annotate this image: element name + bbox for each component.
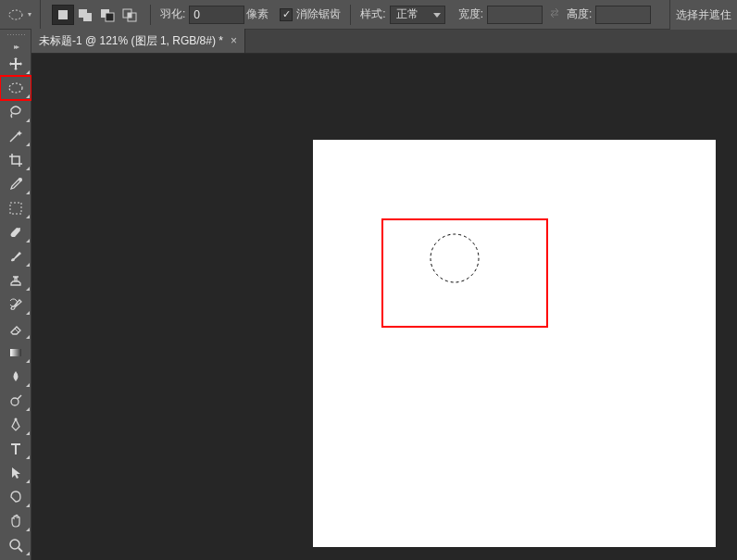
magic-wand-tool[interactable] <box>0 124 31 148</box>
tool-preset-picker[interactable] <box>0 0 41 30</box>
eraser-tool[interactable] <box>0 317 31 341</box>
width-label: 宽度: <box>458 6 483 22</box>
svg-rect-8 <box>128 13 131 18</box>
selection-subtract-icon[interactable] <box>96 5 119 25</box>
clone-stamp-tool[interactable] <box>0 268 31 292</box>
elliptical-marquee-tool[interactable] <box>0 76 31 100</box>
zoom-tool[interactable] <box>0 533 31 557</box>
eyedropper-tool[interactable] <box>0 172 31 196</box>
crop-tool[interactable] <box>0 148 31 172</box>
antialias-field[interactable]: 消除锯齿 <box>280 6 341 22</box>
style-value: 正常 <box>396 6 418 22</box>
swap-dimensions-icon <box>548 6 561 22</box>
dodge-tool[interactable] <box>0 389 31 413</box>
document-canvas[interactable] <box>313 140 716 547</box>
divider <box>150 5 151 25</box>
antialias-label: 消除锯齿 <box>296 6 341 22</box>
style-select[interactable]: 正常 <box>390 6 445 24</box>
document-tab[interactable]: 未标题-1 @ 121% (图层 1, RGB/8#) * × <box>31 29 245 53</box>
gradient-tool[interactable] <box>0 341 31 365</box>
feather-input[interactable] <box>189 6 244 24</box>
work-area <box>31 54 737 560</box>
style-field: 样式: 正常 <box>360 6 444 24</box>
width-input <box>487 6 543 24</box>
select-and-mask-button[interactable]: 选择并遮住 <box>669 0 737 30</box>
document-tab-bar: 未标题-1 @ 121% (图层 1, RGB/8#) * × <box>31 30 737 54</box>
blur-tool[interactable] <box>0 365 31 389</box>
document-tab-title: 未标题-1 @ 121% (图层 1, RGB/8#) * <box>39 33 223 49</box>
svg-rect-3 <box>83 13 92 21</box>
brush-tool[interactable] <box>0 244 31 268</box>
selection-new-icon[interactable] <box>52 5 74 25</box>
style-label: 样式: <box>360 6 385 22</box>
move-tool[interactable] <box>0 52 31 76</box>
svg-rect-5 <box>106 13 114 21</box>
shape-tool[interactable] <box>0 485 31 509</box>
close-icon[interactable]: × <box>231 34 237 47</box>
selection-add-icon[interactable] <box>74 5 96 25</box>
panel-collapse-icon[interactable]: ▸▸ <box>0 41 31 52</box>
feather-label: 羽化: <box>160 6 185 22</box>
options-bar: 羽化: 像素 消除锯齿 样式: 正常 宽度: 高度: 选择并遮住 <box>0 0 737 30</box>
hand-tool[interactable] <box>0 509 31 533</box>
lasso-tool[interactable] <box>0 100 31 124</box>
height-field: 高度: <box>567 6 651 24</box>
antialias-checkbox[interactable] <box>280 8 293 21</box>
spot-healing-tool[interactable] <box>0 220 31 244</box>
history-brush-tool[interactable] <box>0 292 31 317</box>
path-selection-tool[interactable] <box>0 461 31 485</box>
elliptical-selection-marquee <box>430 233 480 283</box>
feather-field: 羽化: 像素 <box>160 6 269 24</box>
height-label: 高度: <box>567 6 592 22</box>
tool-panel: ▸▸ <box>0 30 31 560</box>
height-input <box>595 6 651 24</box>
panel-grip[interactable] <box>0 30 31 41</box>
selection-intersect-icon[interactable] <box>119 5 141 25</box>
selection-mode-group <box>52 5 141 25</box>
pen-tool[interactable] <box>0 413 31 437</box>
divider <box>350 5 351 25</box>
type-tool[interactable] <box>0 437 31 461</box>
feather-unit: 像素 <box>246 6 269 22</box>
svg-point-0 <box>9 10 22 19</box>
svg-point-9 <box>431 234 479 282</box>
frame-tool[interactable] <box>0 196 31 220</box>
width-field: 宽度: <box>458 6 543 24</box>
svg-rect-1 <box>58 10 68 19</box>
